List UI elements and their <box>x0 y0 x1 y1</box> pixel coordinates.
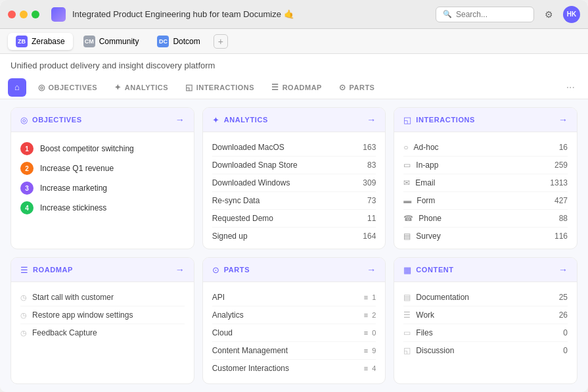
tab-zerabase[interactable]: ZB Zerabase <box>8 33 73 50</box>
roadmap-card-header: ☰ ROADMAP → <box>11 258 194 282</box>
tab-dotcom[interactable]: DC Dotcom <box>149 33 208 50</box>
form-icon: ▬ <box>403 196 411 205</box>
tab-parts[interactable]: ⊙ PARTS <box>331 79 382 96</box>
tab-dot-cm: CM <box>83 36 95 47</box>
tab-zerabase-label: Zerabase <box>32 37 65 46</box>
tab-community-label: Community <box>99 37 139 46</box>
table-row: ☎ Phone 88 <box>403 210 568 228</box>
home-icon: ⌂ <box>14 82 20 92</box>
table-row: ▤ Documentation 25 <box>403 289 568 306</box>
analytics-card-body: Downloaded MacOS 163 Downloaded Snap Sto… <box>203 132 386 249</box>
tab-dot-dc: DC <box>157 36 169 47</box>
email-icon: ✉ <box>403 178 410 187</box>
traffic-lights <box>8 11 39 18</box>
interactions-card-header: ◱ INTERACTIONS → <box>394 108 577 132</box>
objectives-card-title: OBJECTIVES <box>32 116 82 124</box>
parts-card-body: API ≡ 1 Analytics ≡ 2 Cloud ≡ <box>203 282 386 383</box>
table-row: ▬ Form 427 <box>403 192 568 210</box>
obj-num-4: 4 <box>20 201 34 214</box>
objectives-arrow[interactable]: → <box>175 114 185 125</box>
parts-arrow[interactable]: → <box>367 264 376 275</box>
table-row: ▤ Survey 116 <box>403 228 568 245</box>
roadmap-card: ☰ ROADMAP → ◷ Start call with customer ◷… <box>11 257 194 384</box>
search-input[interactable] <box>456 10 527 19</box>
roadmap-card-title: ROADMAP <box>33 266 73 274</box>
main-grid: ◎ OBJECTIVES → 1 Boost competitor switch… <box>0 99 588 392</box>
tab-objectives[interactable]: ◎ OBJECTIVES <box>30 79 105 96</box>
analytics-icon: ✦ <box>114 83 122 92</box>
table-row: Content Management ≡ 9 <box>212 342 376 360</box>
obj-num-1: 1 <box>20 142 34 155</box>
roadmap-card-body: ◷ Start call with customer ◷ Restore app… <box>11 282 194 348</box>
objectives-card: ◎ OBJECTIVES → 1 Boost competitor switch… <box>11 107 194 249</box>
table-row: Analytics ≡ 2 <box>212 306 376 324</box>
interactions-icon: ◱ <box>185 83 193 92</box>
roadmap-arrow[interactable]: → <box>175 264 185 275</box>
minimize-button[interactable] <box>20 11 28 18</box>
avatar[interactable]: HK <box>563 6 580 23</box>
app-window: Integrated Product Engineering hub for t… <box>0 0 588 392</box>
list-item: 2 Increase Q1 revenue <box>20 159 185 178</box>
analytics-arrow[interactable]: → <box>367 114 376 125</box>
maximize-button[interactable] <box>32 11 39 18</box>
table-row: Requested Demo 11 <box>212 210 376 228</box>
interactions-card-icon: ◱ <box>403 115 411 125</box>
search-bar[interactable]: 🔍 <box>436 7 534 22</box>
interactions-card-body: ○ Ad-hoc 16 ▭ In-app 259 ✉ Email <box>394 132 577 249</box>
phone-icon: ☎ <box>403 214 413 223</box>
files-icon: ▭ <box>403 328 411 337</box>
table-row: Re-sync Data 73 <box>212 192 376 210</box>
analytics-card-icon: ✦ <box>212 115 219 125</box>
titlebar: Integrated Product Engineering hub for t… <box>0 0 588 29</box>
list-item: 3 Increase marketing <box>20 178 185 198</box>
roadmap-card-icon: ☰ <box>20 265 28 275</box>
list-item: 1 Boost competitor switching <box>20 139 185 159</box>
close-button[interactable] <box>8 11 16 18</box>
parts-card-title: PARTS <box>224 266 250 274</box>
add-tab-button[interactable]: + <box>214 34 228 49</box>
list-item: ◷ Start call with customer <box>20 289 185 306</box>
obj-text-1: Boost competitor switching <box>40 144 134 153</box>
tab-dotcom-label: Dotcom <box>173 37 200 46</box>
tab-interactions[interactable]: ◱ INTERACTIONS <box>177 79 262 96</box>
interactions-arrow[interactable]: → <box>558 114 568 125</box>
interactions-card: ◱ INTERACTIONS → ○ Ad-hoc 16 ▭ In-app <box>394 107 577 249</box>
nav-more-button[interactable]: ··· <box>561 79 580 96</box>
obj-num-3: 3 <box>20 182 34 195</box>
list-item: ◷ Restore app window settings <box>20 306 185 324</box>
obj-text-2: Increase Q1 revenue <box>40 164 114 173</box>
discussion-icon: ◱ <box>403 346 411 355</box>
content-card-body: ▤ Documentation 25 ☰ Work 26 ▭ Files <box>394 282 577 366</box>
list-item: 4 Increase stickiness <box>20 198 185 218</box>
table-row: Downloaded Windows 309 <box>212 174 376 192</box>
work-icon: ☰ <box>403 310 411 320</box>
adhoc-icon: ○ <box>403 143 408 152</box>
tab-roadmap[interactable]: ☰ ROADMAP <box>263 79 330 96</box>
tab-home[interactable]: ⌂ <box>8 78 26 97</box>
content-arrow[interactable]: → <box>558 264 568 275</box>
tab-analytics[interactable]: ✦ ANALYTICS <box>106 79 176 96</box>
table-row: ▭ In-app 259 <box>403 157 568 174</box>
obj-text-3: Increase marketing <box>40 184 107 193</box>
parts-bar-icon: ≡ <box>364 293 368 301</box>
parts-bar-icon-3: ≡ <box>364 329 368 337</box>
tab-dot-zb: ZB <box>16 36 28 47</box>
parts-bar-icon-4: ≡ <box>364 347 368 355</box>
parts-icon: ⊙ <box>339 83 346 92</box>
parts-bar-icon-2: ≡ <box>364 311 368 319</box>
table-row: Downloaded Snap Store 83 <box>212 157 376 174</box>
objectives-card-header: ◎ OBJECTIVES → <box>11 108 194 132</box>
settings-button[interactable]: ⚙ <box>541 7 556 22</box>
content-card: ▦ CONTENT → ▤ Documentation 25 ☰ Work <box>394 257 577 384</box>
tab-community[interactable]: CM Community <box>76 33 147 50</box>
content-card-icon: ▦ <box>403 265 411 275</box>
table-row: ○ Ad-hoc 16 <box>403 139 568 157</box>
doc-icon: ▤ <box>403 293 411 302</box>
table-row: ▭ Files 0 <box>403 324 568 342</box>
table-row: Signed up 164 <box>212 228 376 245</box>
nav-tabs: ⌂ ◎ OBJECTIVES ✦ ANALYTICS ◱ INTERACTION… <box>0 76 588 99</box>
clock-icon-2: ◷ <box>20 311 27 320</box>
obj-num-2: 2 <box>20 162 34 175</box>
content-card-header: ▦ CONTENT → <box>394 258 577 282</box>
parts-card-icon: ⊙ <box>212 265 219 275</box>
